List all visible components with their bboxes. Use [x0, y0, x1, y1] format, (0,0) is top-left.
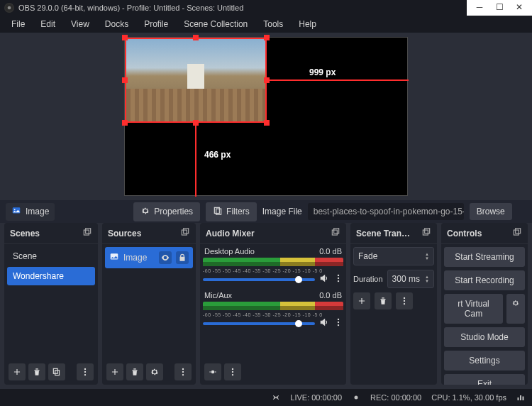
scene-item[interactable]: Wondershare — [7, 267, 95, 285]
scene-item[interactable]: Scene — [7, 247, 95, 265]
svg-rect-20 — [334, 229, 339, 234]
width-label: 999 px — [309, 67, 336, 77]
virtual-cam-button[interactable]: rt Virtual Cam — [444, 294, 503, 324]
speaker-icon[interactable] — [319, 273, 329, 285]
channel-db: 0.0 dB — [319, 291, 342, 300]
status-cpu: CPU: 1.1%, 30.00 fps — [431, 393, 506, 402]
close-button[interactable]: ✕ — [509, 0, 529, 14]
menu-edit[interactable]: Edit — [33, 17, 62, 31]
window-title: OBS 29.0.0 (64-bit, windows) - Profile: … — [18, 4, 462, 12]
menu-tools[interactable]: Tools — [256, 17, 290, 31]
menu-profile[interactable]: Profile — [137, 17, 175, 31]
duration-value: 300 ms — [392, 274, 420, 284]
svg-rect-36 — [516, 229, 521, 234]
settings-button[interactable]: Settings — [444, 351, 525, 371]
audio-mixer-dock: Audio Mixer Desktop Audio0.0 dB -60 -55 … — [200, 223, 346, 385]
scene-menu-button[interactable] — [77, 363, 94, 380]
channel-name: Mic/Aux — [204, 291, 232, 300]
virtual-cam-settings-button[interactable] — [506, 294, 525, 324]
duration-field[interactable]: 300 ms ▲▼ — [387, 270, 434, 288]
channel-menu-button[interactable] — [333, 273, 343, 285]
volume-slider[interactable] — [203, 278, 315, 281]
popout-icon[interactable] — [421, 227, 431, 239]
svg-rect-7 — [86, 229, 91, 234]
popout-icon[interactable] — [331, 227, 340, 239]
controls-dock: Controls Start Streaming Start Recording… — [441, 223, 528, 385]
status-live: LIVE: 00:00:00 — [290, 393, 342, 402]
svg-point-33 — [404, 300, 405, 302]
delete-scene-button[interactable] — [28, 363, 45, 380]
svg-point-11 — [84, 371, 86, 373]
guide-line-horizontal — [267, 79, 409, 81]
popout-icon[interactable] — [512, 227, 522, 239]
image-file-field[interactable]: best-places-to-spoof-in-pokemon-go-15-mi… — [308, 203, 464, 220]
scene-filters-button[interactable] — [48, 363, 65, 380]
mixer-menu-button[interactable] — [224, 363, 241, 380]
properties-button[interactable]: Properties — [133, 202, 200, 221]
menu-view[interactable]: View — [64, 17, 96, 31]
svg-point-17 — [182, 371, 184, 373]
popout-icon[interactable] — [180, 227, 190, 239]
status-bar: LIVE: 00:00:00 REC: 00:00:00 CPU: 1.1%, … — [0, 389, 532, 406]
selected-source-indicator: Image — [6, 203, 55, 221]
svg-rect-35 — [514, 230, 519, 235]
add-source-button[interactable] — [106, 363, 123, 380]
svg-rect-9 — [55, 371, 60, 375]
svg-point-3 — [14, 209, 16, 210]
menu-scene-collection[interactable]: Scene Collection — [177, 17, 255, 31]
meter-ticks: -60 -55 -50 -45 -40 -35 -30 -25 -20 -15 … — [203, 312, 343, 317]
start-streaming-button[interactable]: Start Streaming — [444, 247, 525, 267]
duration-label: Duration — [353, 275, 383, 283]
selected-source-bounds[interactable] — [125, 38, 267, 123]
popout-icon[interactable] — [82, 227, 92, 239]
advanced-audio-button[interactable] — [204, 363, 221, 380]
filters-button[interactable]: Filters — [206, 202, 257, 221]
guide-line-vertical — [195, 123, 196, 197]
maximize-button[interactable]: ☐ — [489, 0, 509, 14]
source-menu-button[interactable] — [174, 363, 192, 380]
start-recording-button[interactable]: Start Recording — [444, 270, 525, 290]
mixer-channel: Mic/Aux0.0 dB -60 -55 -50 -45 -40 -35 -3… — [203, 291, 343, 329]
titlebar: OBS 29.0.0 (64-bit, windows) - Profile: … — [0, 0, 532, 16]
resize-handle[interactable] — [193, 35, 199, 40]
speaker-icon[interactable] — [319, 317, 329, 329]
scene-transitions-dock: Scene Transiti... Fade ▲▼ Duration 300 m… — [350, 223, 437, 385]
menu-docks[interactable]: Docks — [98, 17, 135, 31]
svg-point-12 — [84, 374, 86, 375]
exit-button[interactable]: Exit — [444, 374, 525, 385]
transition-menu-button[interactable] — [396, 292, 413, 309]
delete-source-button[interactable] — [126, 363, 143, 380]
meter-ticks: -60 -55 -50 -45 -40 -35 -30 -25 -20 -15 … — [203, 268, 343, 273]
stats-icon[interactable] — [516, 393, 525, 402]
svg-point-34 — [404, 303, 405, 304]
lock-toggle[interactable] — [176, 251, 189, 264]
source-item[interactable]: Image — [105, 247, 193, 268]
svg-rect-30 — [423, 230, 428, 235]
transition-select[interactable]: Fade ▲▼ — [353, 247, 434, 265]
browse-button[interactable]: Browse — [470, 203, 512, 220]
channel-menu-button[interactable] — [333, 317, 343, 329]
properties-label: Properties — [154, 207, 193, 216]
add-scene-button[interactable] — [9, 363, 26, 380]
svg-rect-39 — [518, 397, 519, 400]
resize-handle[interactable] — [122, 77, 128, 83]
preview-canvas[interactable]: 999 px 466 px — [124, 37, 408, 196]
source-properties-button[interactable] — [146, 363, 163, 380]
svg-point-29 — [232, 374, 233, 375]
resize-handle[interactable] — [122, 35, 128, 40]
visibility-toggle[interactable] — [159, 251, 172, 264]
image-icon — [11, 206, 21, 218]
svg-point-23 — [338, 280, 339, 282]
menu-file[interactable]: File — [4, 17, 32, 31]
menu-help[interactable]: Help — [292, 17, 323, 31]
resize-handle[interactable] — [264, 120, 270, 126]
svg-point-24 — [338, 319, 339, 320]
add-transition-button[interactable] — [353, 292, 370, 309]
transitions-title: Scene Transiti... — [356, 229, 414, 238]
resize-handle[interactable] — [122, 120, 128, 126]
studio-mode-button[interactable]: Studio Mode — [444, 327, 525, 347]
volume-slider[interactable] — [203, 322, 315, 325]
minimize-button[interactable]: ─ — [470, 0, 489, 14]
delete-transition-button[interactable] — [375, 292, 392, 309]
resize-handle[interactable] — [264, 35, 270, 40]
